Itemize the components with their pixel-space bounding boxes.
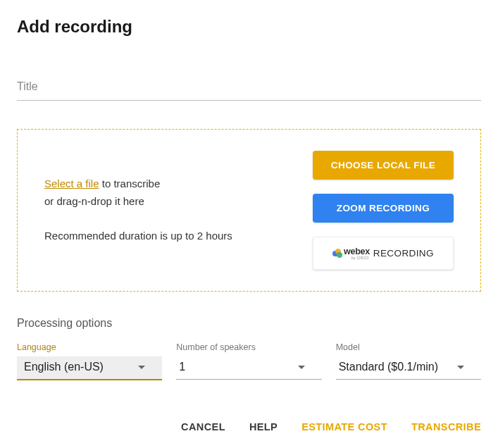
webex-brand-sub: by CISCO (344, 256, 370, 260)
cancel-button[interactable]: CANCEL (181, 421, 225, 433)
duration-recommendation: Recommended duration is up to 2 hours (44, 228, 232, 245)
speakers-label: Number of speakers (176, 342, 321, 352)
help-button[interactable]: HELP (249, 421, 278, 433)
language-option: Language English (en-US) (17, 342, 162, 380)
title-field (17, 76, 481, 101)
processing-options-row: Language English (en-US) Number of speak… (17, 342, 481, 380)
model-label: Model (336, 342, 481, 352)
model-option: Model Standard ($0.1/min) (336, 342, 481, 380)
estimate-cost-button[interactable]: ESTIMATE COST (301, 421, 387, 433)
speakers-value: 1 (179, 361, 185, 373)
speakers-option: Number of speakers 1 (176, 342, 321, 380)
speakers-select[interactable]: 1 (176, 356, 321, 380)
choose-local-file-button[interactable]: CHOOSE LOCAL FILE (313, 151, 454, 180)
dropzone-instructions: Select a file to transcribe or drag-n-dr… (44, 175, 232, 244)
select-file-link[interactable]: Select a file (44, 178, 99, 189)
language-select[interactable]: English (en-US) (17, 356, 162, 380)
drag-hint: or drag-n-drop it here (44, 193, 232, 211)
source-buttons: CHOOSE LOCAL FILE ZOOM RECORDING webex b… (313, 151, 454, 270)
webex-icon: webex by CISCO (332, 247, 370, 260)
webex-button-label: RECORDING (373, 248, 434, 259)
footer-actions: CANCEL HELP ESTIMATE COST TRANSCRIBE (17, 421, 481, 433)
model-value: Standard ($0.1/min) (339, 361, 438, 373)
model-select[interactable]: Standard ($0.1/min) (336, 356, 481, 380)
chevron-down-icon (457, 366, 464, 369)
transcribe-button[interactable]: TRANSCRIBE (411, 421, 481, 433)
language-value: English (en-US) (24, 361, 104, 373)
transcribe-suffix: to transcribe (99, 178, 161, 189)
title-input[interactable] (17, 76, 481, 101)
page-title: Add recording (17, 17, 481, 37)
chevron-down-icon (138, 366, 145, 369)
processing-options-heading: Processing options (17, 317, 481, 330)
language-label: Language (17, 342, 162, 352)
webex-recording-button[interactable]: webex by CISCO RECORDING (313, 237, 454, 270)
zoom-recording-button[interactable]: ZOOM RECORDING (313, 194, 454, 223)
chevron-down-icon (298, 366, 305, 369)
file-dropzone[interactable]: Select a file to transcribe or drag-n-dr… (17, 129, 481, 292)
webex-brand-text: webex (344, 247, 370, 256)
